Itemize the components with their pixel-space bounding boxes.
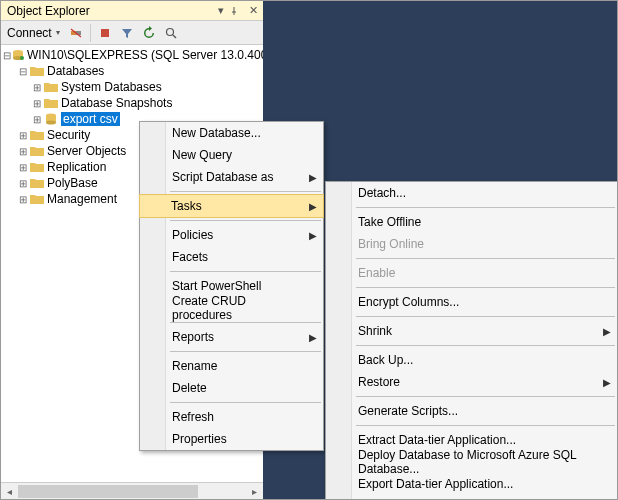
submenu-arrow-icon: ▶ xyxy=(603,326,611,337)
disconnect-icon[interactable] xyxy=(66,23,86,43)
expand-icon[interactable]: ⊞ xyxy=(17,162,29,173)
menu-separator xyxy=(356,287,615,288)
scroll-right-icon[interactable]: ▸ xyxy=(246,483,263,500)
menu-label: Encrypt Columns... xyxy=(358,295,459,309)
menu-create-crud[interactable]: Create CRUD procedures xyxy=(140,297,323,319)
menu-properties[interactable]: Properties xyxy=(140,428,323,450)
dropdown-icon[interactable]: ▾ xyxy=(213,4,229,17)
connect-button[interactable]: Connect xyxy=(5,26,54,40)
menu-label: Reports xyxy=(172,330,214,344)
connect-dropdown-icon[interactable]: ▾ xyxy=(56,28,64,37)
menu-refresh[interactable]: Refresh xyxy=(140,406,323,428)
tree-server[interactable]: ⊟ WIN10\SQLEXPRESS (SQL Server 13.0.4001… xyxy=(3,47,263,63)
menu-tasks[interactable]: Tasks▶ xyxy=(139,194,324,218)
toolbar: Connect ▾ xyxy=(1,21,263,45)
menu-label: Extract Data-tier Application... xyxy=(358,433,516,447)
submenu-arrow-icon: ▶ xyxy=(309,332,317,343)
folder-icon xyxy=(29,192,45,206)
menu-take-offline[interactable]: Take Offline xyxy=(326,211,617,233)
expand-icon[interactable]: ⊞ xyxy=(17,194,29,205)
submenu-arrow-icon: ▶ xyxy=(309,172,317,183)
tree-sysdb[interactable]: ⊞ System Databases xyxy=(3,79,263,95)
menu-encrypt-columns[interactable]: Encrypt Columns... xyxy=(326,291,617,313)
submenu-arrow-icon: ▶ xyxy=(309,230,317,241)
expand-icon[interactable]: ⊞ xyxy=(17,146,29,157)
svg-point-9 xyxy=(20,56,24,60)
toolbar-sep xyxy=(90,24,91,42)
search-icon[interactable] xyxy=(161,23,181,43)
folder-icon xyxy=(29,64,45,78)
scroll-thumb[interactable] xyxy=(18,485,198,498)
scroll-track[interactable] xyxy=(18,484,246,499)
panel-title-bar: Object Explorer ▾ ✕ xyxy=(1,1,263,21)
menu-separator xyxy=(356,345,615,346)
folder-icon xyxy=(29,160,45,174)
menu-deploy-azure[interactable]: Deploy Database to Microsoft Azure SQL D… xyxy=(326,451,617,473)
menu-rename[interactable]: Rename xyxy=(140,355,323,377)
menu-label: Export Data-tier Application... xyxy=(358,477,513,491)
submenu-arrow-icon: ▶ xyxy=(309,201,317,212)
menu-reports[interactable]: Reports▶ xyxy=(140,326,323,348)
menu-label: Restore xyxy=(358,375,400,389)
menu-script-database[interactable]: Script Database as▶ xyxy=(140,166,323,188)
tree-management-label: Management xyxy=(47,192,117,206)
collapse-icon[interactable]: ⊟ xyxy=(3,50,11,61)
expand-icon[interactable]: ⊞ xyxy=(17,130,29,141)
menu-separator xyxy=(356,258,615,259)
menu-separator xyxy=(356,396,615,397)
scroll-left-icon[interactable]: ◂ xyxy=(1,483,18,500)
folder-icon xyxy=(43,96,59,110)
tree-security-label: Security xyxy=(47,128,90,142)
menu-label: Policies xyxy=(172,228,213,242)
menu-label: Shrink xyxy=(358,324,392,338)
menu-separator xyxy=(170,220,321,221)
server-icon xyxy=(11,48,25,62)
svg-line-5 xyxy=(173,35,176,38)
menu-separator xyxy=(356,207,615,208)
submenu-arrow-icon: ▶ xyxy=(603,377,611,388)
panel-title: Object Explorer xyxy=(3,4,213,18)
expand-icon[interactable]: ⊞ xyxy=(31,82,43,93)
collapse-icon[interactable]: ⊟ xyxy=(17,66,29,77)
menu-label: Generate Scripts... xyxy=(358,404,458,418)
menu-export-datatier[interactable]: Export Data-tier Application... xyxy=(326,473,617,495)
refresh-icon[interactable] xyxy=(139,23,159,43)
menu-upgrade-datatier[interactable]: Upgrade Data-tier Application... xyxy=(326,495,617,500)
tree-polybase-label: PolyBase xyxy=(47,176,98,190)
expand-icon[interactable]: ⊞ xyxy=(31,98,43,109)
menu-separator xyxy=(170,191,321,192)
menu-label: Bring Online xyxy=(358,237,424,251)
menu-separator xyxy=(170,402,321,403)
menu-label: Script Database as xyxy=(172,170,273,184)
expand-icon[interactable]: ⊞ xyxy=(17,178,29,189)
menu-delete[interactable]: Delete xyxy=(140,377,323,399)
menu-label: Delete xyxy=(172,381,207,395)
horizontal-scrollbar[interactable]: ◂ ▸ xyxy=(1,482,263,499)
menu-new-database[interactable]: New Database... xyxy=(140,122,323,144)
tree-serverobjects-label: Server Objects xyxy=(47,144,126,158)
expand-icon[interactable]: ⊞ xyxy=(31,114,43,125)
menu-enable: Enable xyxy=(326,262,617,284)
stop-icon[interactable] xyxy=(95,23,115,43)
close-icon[interactable]: ✕ xyxy=(245,4,261,17)
pin-icon[interactable] xyxy=(229,6,245,16)
svg-point-4 xyxy=(166,28,173,35)
menu-separator xyxy=(170,351,321,352)
menu-generate-scripts[interactable]: Generate Scripts... xyxy=(326,400,617,422)
menu-label: New Query xyxy=(172,148,232,162)
tree-sysdb-label: System Databases xyxy=(61,80,162,94)
menu-policies[interactable]: Policies▶ xyxy=(140,224,323,246)
tree-databases[interactable]: ⊟ Databases xyxy=(3,63,263,79)
tree-server-label: WIN10\SQLEXPRESS (SQL Server 13.0.4001 -… xyxy=(27,48,263,62)
tree-dbsnap[interactable]: ⊞ Database Snapshots xyxy=(3,95,263,111)
menu-shrink[interactable]: Shrink▶ xyxy=(326,320,617,342)
menu-label: Back Up... xyxy=(358,353,413,367)
menu-detach[interactable]: Detach... xyxy=(326,182,617,204)
menu-facets[interactable]: Facets xyxy=(140,246,323,268)
filter-icon[interactable] xyxy=(117,23,137,43)
menu-restore[interactable]: Restore▶ xyxy=(326,371,617,393)
menu-label: Properties xyxy=(172,432,227,446)
menu-back-up[interactable]: Back Up... xyxy=(326,349,617,371)
menu-new-query[interactable]: New Query xyxy=(140,144,323,166)
menu-label: Enable xyxy=(358,266,395,280)
